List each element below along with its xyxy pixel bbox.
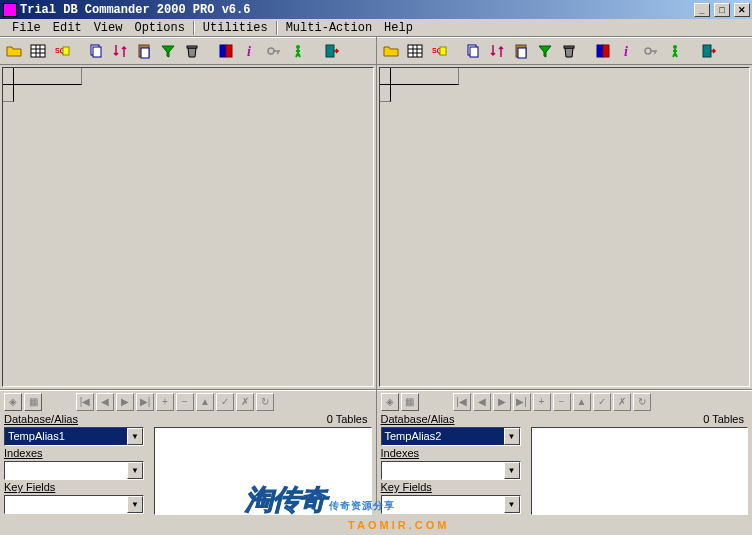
svg-rect-33 [603,45,609,57]
run-green-icon[interactable] [665,41,685,61]
svg-point-18 [296,45,300,49]
menu-multi-action[interactable]: Multi-Action [280,20,378,36]
dual-pane: SQ i SQ [0,37,752,389]
tool-icon[interactable]: ▦ [401,393,419,411]
sort-icon[interactable] [487,41,507,61]
grid-row-header [380,85,391,102]
minimize-button[interactable]: _ [694,3,710,17]
svg-rect-32 [597,45,603,57]
svg-rect-10 [141,48,149,58]
chevron-down-icon[interactable]: ▼ [504,496,520,513]
menu-view[interactable]: View [88,20,129,36]
nav-delete-button[interactable]: − [553,393,571,411]
nav-last-button[interactable]: ▶| [513,393,531,411]
right-grid[interactable] [379,67,751,387]
exit-icon[interactable] [699,41,719,61]
right-bottom: ◈ ▦ |◀ ◀ ▶ ▶| + − ▲ ✓ ✗ ↻ Database/Alias… [377,390,753,507]
grid-table-icon[interactable] [28,41,48,61]
maximize-button[interactable]: □ [714,3,730,17]
grid-table-icon[interactable] [405,41,425,61]
indexes-value [5,462,127,479]
trash-icon[interactable] [182,41,202,61]
chevron-down-icon[interactable]: ▼ [127,462,143,479]
key-fields-combo[interactable]: ▼ [4,495,144,514]
database-alias-value: TempAlias1 [5,428,127,445]
menu-edit[interactable]: Edit [47,20,88,36]
nav-prev-button[interactable]: ◀ [96,393,114,411]
sort-icon[interactable] [110,41,130,61]
nav-cancel-button[interactable]: ✗ [236,393,254,411]
svg-rect-26 [440,47,446,55]
key-fields-combo[interactable]: ▼ [381,495,521,514]
nav-post-button[interactable]: ✓ [216,393,234,411]
grid-row-header [3,85,14,102]
menu-divider [276,21,278,35]
restructure-icon[interactable] [593,41,613,61]
paste-icon[interactable] [134,41,154,61]
tool-icon[interactable]: ◈ [381,393,399,411]
svg-rect-31 [564,46,574,48]
chevron-down-icon[interactable]: ▼ [504,428,520,445]
menu-divider [193,21,195,35]
copy-icon[interactable] [86,41,106,61]
svg-rect-13 [226,45,232,57]
left-nav-bar: ◈ ▦ |◀ ◀ ▶ ▶| + − ▲ ✓ ✗ ↻ [0,390,376,412]
nav-edit-button[interactable]: ▲ [573,393,591,411]
nav-refresh-button[interactable]: ↻ [633,393,651,411]
key-icon[interactable] [641,41,661,61]
info-icon[interactable]: i [617,41,637,61]
copy-icon[interactable] [463,41,483,61]
indexes-combo[interactable]: ▼ [4,461,144,480]
menu-options[interactable]: Options [128,20,190,36]
chevron-down-icon[interactable]: ▼ [127,496,143,513]
key-fields-label: Key Fields [381,481,523,495]
left-bottom: ◈ ▦ |◀ ◀ ▶ ▶| + − ▲ ✓ ✗ ↻ Database/Alias… [0,390,377,507]
paste-icon[interactable] [511,41,531,61]
tables-listbox[interactable] [531,427,749,515]
nav-delete-button[interactable]: − [176,393,194,411]
nav-insert-button[interactable]: + [533,393,551,411]
nav-prev-button[interactable]: ◀ [473,393,491,411]
nav-last-button[interactable]: ▶| [136,393,154,411]
filter-icon[interactable] [158,41,178,61]
sql-query-icon[interactable]: SQ [52,41,72,61]
nav-edit-button[interactable]: ▲ [196,393,214,411]
exit-icon[interactable] [322,41,342,61]
chevron-down-icon[interactable]: ▼ [504,462,520,479]
database-alias-combo[interactable]: TempAlias2 ▼ [381,427,521,446]
trash-icon[interactable] [559,41,579,61]
nav-cancel-button[interactable]: ✗ [613,393,631,411]
open-folder-icon[interactable] [4,41,24,61]
tool-icon[interactable]: ◈ [4,393,22,411]
nav-next-button[interactable]: ▶ [493,393,511,411]
restructure-icon[interactable] [216,41,236,61]
chevron-down-icon[interactable]: ▼ [127,428,143,445]
svg-rect-6 [63,47,69,55]
menu-utilities[interactable]: Utilities [197,20,274,36]
sql-query-icon[interactable]: SQ [429,41,449,61]
nav-refresh-button[interactable]: ↻ [256,393,274,411]
nav-first-button[interactable]: |◀ [76,393,94,411]
key-icon[interactable] [264,41,284,61]
database-alias-combo[interactable]: TempAlias1 ▼ [4,427,144,446]
menu-file[interactable]: File [6,20,47,36]
close-button[interactable]: ✕ [734,3,750,17]
tool-icon[interactable]: ▦ [24,393,42,411]
app-icon [3,3,17,17]
info-icon[interactable]: i [240,41,260,61]
run-green-icon[interactable] [288,41,308,61]
filter-icon[interactable] [535,41,555,61]
indexes-combo[interactable]: ▼ [381,461,521,480]
left-grid[interactable] [2,67,374,387]
nav-post-button[interactable]: ✓ [593,393,611,411]
tables-count-label: 0 Tables [531,413,749,427]
nav-insert-button[interactable]: + [156,393,174,411]
grid-header-cell[interactable] [14,68,82,85]
left-toolbar: SQ i [0,37,376,65]
open-folder-icon[interactable] [381,41,401,61]
nav-next-button[interactable]: ▶ [116,393,134,411]
tables-listbox[interactable] [154,427,372,515]
nav-first-button[interactable]: |◀ [453,393,471,411]
grid-header-cell[interactable] [391,68,459,85]
menu-help[interactable]: Help [378,20,419,36]
